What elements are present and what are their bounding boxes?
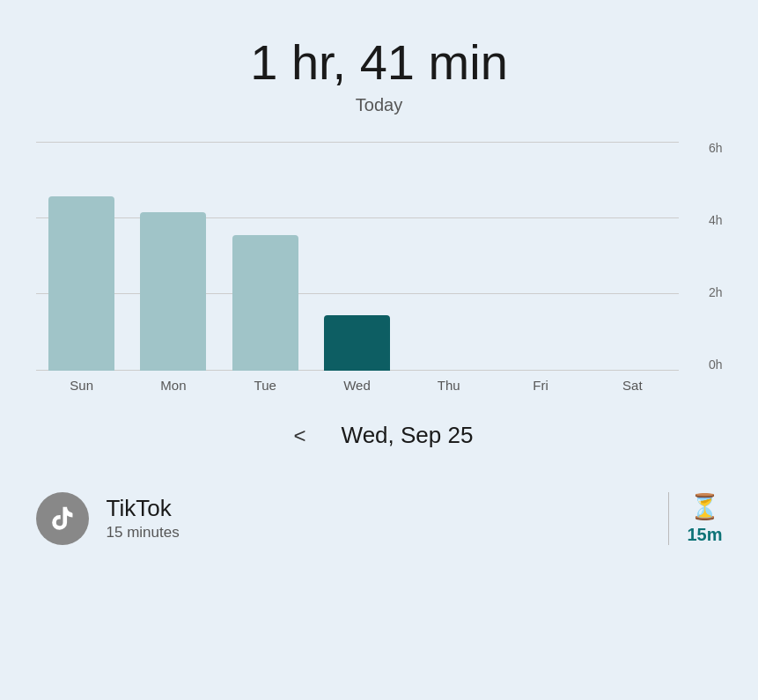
bar-group-sun: [36, 142, 128, 371]
nav-row: < Wed, Sep 25: [36, 419, 723, 453]
bar-tue: [232, 235, 298, 371]
y-label-2h: 2h: [709, 286, 723, 298]
bar-group-sat: [586, 142, 678, 371]
tiktok-svg: [48, 505, 77, 533]
bar-group-wed: [311, 142, 402, 371]
bar-group-fri: [495, 142, 586, 371]
x-label-fri: Fri: [495, 378, 586, 393]
nav-date: Wed, Sep 25: [342, 422, 474, 449]
y-label-6h: 6h: [709, 142, 723, 154]
badge-time-value: 15m: [687, 525, 722, 545]
divider: [668, 492, 669, 545]
y-label-0h: 0h: [709, 358, 723, 371]
hourglass-icon: ⏳: [689, 492, 720, 521]
chart-container: 6h 4h 2h 0h SunMonTueWedThuFriSat: [36, 142, 723, 393]
bar-group-tue: [219, 142, 311, 371]
bar-sun: [48, 196, 114, 371]
x-label-sat: Sat: [586, 378, 678, 393]
main-time: 1 hr, 41 min: [250, 35, 508, 90]
y-label-4h: 4h: [709, 214, 723, 226]
x-label-thu: Thu: [403, 378, 495, 393]
x-axis-labels: SunMonTueWedThuFriSat: [36, 371, 679, 393]
app-duration: 15 minutes: [107, 524, 651, 542]
x-label-sun: Sun: [36, 378, 128, 393]
bars-wrapper: [36, 142, 679, 371]
time-badge: ⏳ 15m: [687, 492, 722, 545]
header: 1 hr, 41 min Today: [250, 35, 508, 115]
tiktok-icon: [36, 492, 89, 545]
chart-area: 6h 4h 2h 0h: [36, 142, 723, 371]
x-label-wed: Wed: [311, 378, 402, 393]
prev-button[interactable]: <: [285, 419, 315, 453]
x-label-tue: Tue: [219, 378, 311, 393]
period-label: Today: [250, 95, 508, 115]
bar-mon: [140, 212, 206, 371]
y-axis-labels: 6h 4h 2h 0h: [683, 142, 723, 371]
x-label-mon: Mon: [128, 378, 219, 393]
bar-wed: [324, 315, 390, 370]
app-info: TikTok 15 minutes: [107, 495, 651, 542]
app-name: TikTok: [107, 495, 651, 522]
bar-group-thu: [403, 142, 495, 371]
app-row: TikTok 15 minutes ⏳ 15m: [36, 483, 723, 554]
bar-group-mon: [128, 142, 219, 371]
